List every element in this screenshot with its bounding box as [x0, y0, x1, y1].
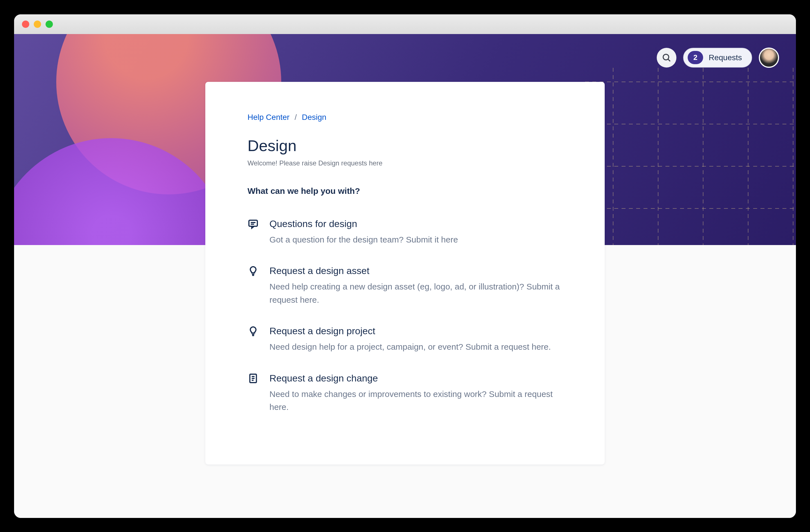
- request-type-questions[interactable]: Questions for design Got a question for …: [247, 218, 563, 246]
- request-type-list: Questions for design Got a question for …: [247, 218, 563, 414]
- request-title: Questions for design: [270, 218, 563, 229]
- request-body: Questions for design Got a question for …: [270, 218, 563, 246]
- browser-window: 2 Requests Help Center / Design Design W…: [14, 14, 796, 518]
- breadcrumb: Help Center / Design: [247, 113, 563, 122]
- request-title: Request a design asset: [270, 265, 563, 276]
- request-body: Request a design asset Need help creatin…: [270, 265, 563, 306]
- lightbulb-icon: [247, 265, 259, 276]
- request-type-design-project[interactable]: Request a design project Need design hel…: [247, 325, 563, 354]
- breadcrumb-current-link[interactable]: Design: [302, 113, 326, 122]
- main-card: Help Center / Design Design Welcome! Ple…: [205, 82, 605, 465]
- hero-decor-grid: [585, 68, 796, 245]
- page-title: Design: [247, 136, 563, 155]
- breadcrumb-separator: /: [294, 113, 297, 122]
- request-type-design-change[interactable]: Request a design change Need to make cha…: [247, 373, 563, 414]
- requests-count-badge: 2: [688, 51, 703, 64]
- search-icon: [662, 53, 671, 62]
- chat-icon: [247, 218, 259, 229]
- request-title: Request a design project: [270, 325, 563, 337]
- svg-line-10: [668, 59, 670, 61]
- request-description: Need help creating a new design asset (e…: [270, 280, 563, 306]
- request-body: Request a design change Need to make cha…: [270, 373, 563, 414]
- window-maximize-button[interactable]: [46, 20, 53, 28]
- svg-point-9: [663, 54, 669, 60]
- window-minimize-button[interactable]: [34, 20, 41, 28]
- window-close-button[interactable]: [22, 20, 29, 28]
- user-avatar[interactable]: [759, 48, 779, 68]
- request-description: Need design help for a project, campaign…: [270, 340, 563, 354]
- request-body: Request a design project Need design hel…: [270, 325, 563, 354]
- page-subtitle: Welcome! Please raise Design requests he…: [247, 159, 563, 167]
- lightbulb-icon: [247, 325, 259, 337]
- request-description: Need to make changes or improvements to …: [270, 388, 563, 414]
- document-icon: [247, 373, 259, 384]
- request-title: Request a design change: [270, 373, 563, 384]
- request-description: Got a question for the design team? Subm…: [270, 233, 563, 246]
- svg-rect-11: [249, 220, 257, 226]
- section-header: What can we help you with?: [247, 186, 563, 196]
- breadcrumb-root-link[interactable]: Help Center: [247, 113, 289, 122]
- topbar: 2 Requests: [657, 48, 779, 68]
- search-button[interactable]: [657, 48, 676, 67]
- window-titlebar: [14, 14, 796, 34]
- request-type-design-asset[interactable]: Request a design asset Need help creatin…: [247, 265, 563, 306]
- requests-button[interactable]: 2 Requests: [683, 48, 752, 67]
- requests-label: Requests: [709, 53, 742, 62]
- content-area: 2 Requests Help Center / Design Design W…: [14, 34, 796, 518]
